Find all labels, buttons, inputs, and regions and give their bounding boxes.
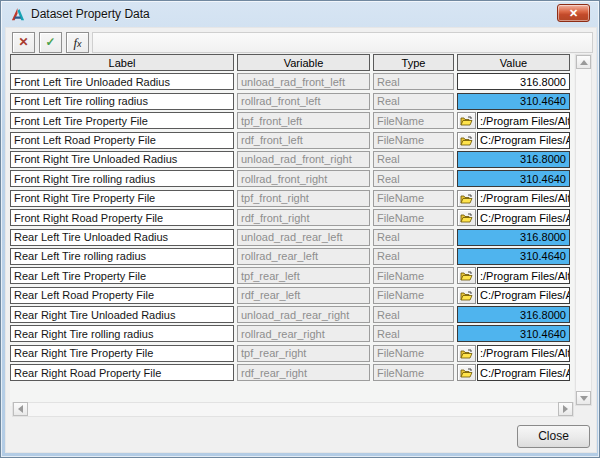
row-variable-field: rollrad_front_left <box>237 93 370 110</box>
row-label-field[interactable]: Rear Right Tire Unloaded Radius <box>10 306 234 323</box>
right-arrow-icon <box>563 405 568 413</box>
row-value-field[interactable]: 316.8000 <box>457 229 570 246</box>
row-variable-field: unload_rad_front_left <box>237 73 370 90</box>
row-type-field: Real <box>373 170 454 187</box>
row-type-field: Real <box>373 93 454 110</box>
row-label-field[interactable]: Front Left Tire Property File <box>10 112 234 129</box>
row-label-field[interactable]: Front Left Road Property File <box>10 132 234 149</box>
row-label-field[interactable]: Rear Left Road Property File <box>10 287 234 304</box>
row-type-field: FileName <box>373 267 454 284</box>
row-label-field[interactable]: Front Right Tire Property File <box>10 190 234 207</box>
horizontal-scrollbar[interactable] <box>12 402 574 417</box>
file-path-field[interactable]: :/Program Files/Altair/1 <box>477 112 570 129</box>
delete-button[interactable]: ✕ <box>12 32 35 53</box>
row-type-field: FileName <box>373 345 454 362</box>
open-folder-button[interactable] <box>457 345 476 362</box>
row-value-file-cell: C:/Program Files/Altair <box>457 209 570 226</box>
row-label-field[interactable]: Front Right Road Property File <box>10 209 234 226</box>
open-folder-icon <box>460 212 473 223</box>
row-type-field: FileName <box>373 112 454 129</box>
row-label-field[interactable]: Rear Right Tire Property File <box>10 345 234 362</box>
row-label-field[interactable]: Rear Right Road Property File <box>10 364 234 381</box>
row-type-field: Real <box>373 73 454 90</box>
row-type-field: Real <box>373 248 454 265</box>
open-folder-button[interactable] <box>457 112 476 129</box>
row-value-field[interactable]: 316.8000 <box>457 73 570 90</box>
row-variable-field: rdf_front_left <box>237 132 370 149</box>
file-path-field[interactable]: C:/Program Files/Altair <box>477 287 570 304</box>
row-value-field[interactable]: 310.4640 <box>457 325 570 342</box>
row-label-field[interactable]: Rear Left Tire Property File <box>10 267 234 284</box>
file-path-field[interactable]: C:/Program Files/Altair <box>477 364 570 381</box>
row-value-field[interactable]: 316.8000 <box>457 306 570 323</box>
row-type-field: FileName <box>373 209 454 226</box>
row-label-field[interactable]: Front Right Tire rolling radius <box>10 170 234 187</box>
row-value-field[interactable]: 310.4640 <box>457 93 570 110</box>
row-label-field[interactable]: Front Left Tire Unloaded Radius <box>10 73 234 90</box>
row-variable-field: tpf_rear_left <box>237 267 370 284</box>
row-label-field[interactable]: Rear Left Tire Unloaded Radius <box>10 229 234 246</box>
row-value-field[interactable]: 316.8000 <box>457 151 570 168</box>
row-type-field: Real <box>373 325 454 342</box>
scroll-up-button[interactable] <box>576 55 591 69</box>
dialog-client-area: ✕ ✓ fx Label Variable Type Value Front L… <box>5 27 597 453</box>
toolbar-strip <box>92 32 593 53</box>
expression-builder-button[interactable]: fx <box>66 32 89 53</box>
row-value-field[interactable]: 310.4640 <box>457 248 570 265</box>
file-path-field[interactable]: C:/Program Files/Altair <box>477 209 570 226</box>
row-value-field[interactable]: 310.4640 <box>457 170 570 187</box>
row-variable-field: tpf_front_left <box>237 112 370 129</box>
open-folder-button[interactable] <box>457 287 476 304</box>
open-folder-icon <box>460 348 473 359</box>
row-variable-field: tpf_front_right <box>237 190 370 207</box>
accept-button[interactable]: ✓ <box>39 32 62 53</box>
row-type-field: FileName <box>373 364 454 381</box>
window-close-button[interactable]: ✕ <box>557 4 590 22</box>
row-value-file-cell: :/Program Files/Altair/1 <box>457 267 570 284</box>
row-type-field: Real <box>373 306 454 323</box>
row-label-field[interactable]: Rear Left Tire rolling radius <box>10 248 234 265</box>
close-button[interactable]: Close <box>517 425 590 448</box>
row-label-field[interactable]: Front Left Tire rolling radius <box>10 93 234 110</box>
altair-app-icon <box>10 7 25 22</box>
scroll-right-button[interactable] <box>558 402 573 416</box>
row-value-file-cell: :/Program Files/Altair/1 <box>457 190 570 207</box>
row-value-file-cell: :/Program Files/Altair/1 <box>457 345 570 362</box>
scroll-down-button[interactable] <box>576 391 591 405</box>
dataset-property-dialog: Dataset Property Data ✕ ✕ ✓ fx Label Var… <box>0 0 600 458</box>
check-icon: ✓ <box>45 35 55 49</box>
open-folder-button[interactable] <box>457 132 476 149</box>
row-type-field: FileName <box>373 190 454 207</box>
open-folder-icon <box>460 193 473 204</box>
row-variable-field: rollrad_rear_right <box>237 325 370 342</box>
row-variable-field: rollrad_front_right <box>237 170 370 187</box>
open-folder-icon <box>460 135 473 146</box>
left-arrow-icon <box>18 405 23 413</box>
down-arrow-icon <box>580 396 588 401</box>
vertical-scrollbar[interactable] <box>575 54 592 406</box>
title-bar[interactable]: Dataset Property Data ✕ <box>1 1 599 27</box>
column-header-value: Value <box>457 54 570 71</box>
row-value-file-cell: C:/Program Files/Altair <box>457 364 570 381</box>
open-folder-icon <box>460 115 473 126</box>
row-label-field[interactable]: Front Right Tire Unloaded Radius <box>10 151 234 168</box>
open-folder-button[interactable] <box>457 364 476 381</box>
file-path-field[interactable]: C:/Program Files/Altair <box>477 132 570 149</box>
row-variable-field: rdf_front_right <box>237 209 370 226</box>
open-folder-button[interactable] <box>457 190 476 207</box>
open-folder-icon <box>460 367 473 378</box>
file-path-field[interactable]: :/Program Files/Altair/1 <box>477 190 570 207</box>
file-path-field[interactable]: :/Program Files/Altair/1 <box>477 345 570 362</box>
row-type-field: FileName <box>373 132 454 149</box>
window-title: Dataset Property Data <box>31 7 150 21</box>
scroll-left-button[interactable] <box>13 402 28 416</box>
file-path-field[interactable]: :/Program Files/Altair/1 <box>477 267 570 284</box>
row-variable-field: tpf_rear_right <box>237 345 370 362</box>
open-folder-button[interactable] <box>457 209 476 226</box>
row-variable-field: rdf_rear_right <box>237 364 370 381</box>
row-variable-field: unload_rad_front_right <box>237 151 370 168</box>
column-header-type: Type <box>373 54 454 71</box>
open-folder-button[interactable] <box>457 267 476 284</box>
row-variable-field: rdf_rear_left <box>237 287 370 304</box>
row-label-field[interactable]: Rear Right Tire rolling radius <box>10 325 234 342</box>
